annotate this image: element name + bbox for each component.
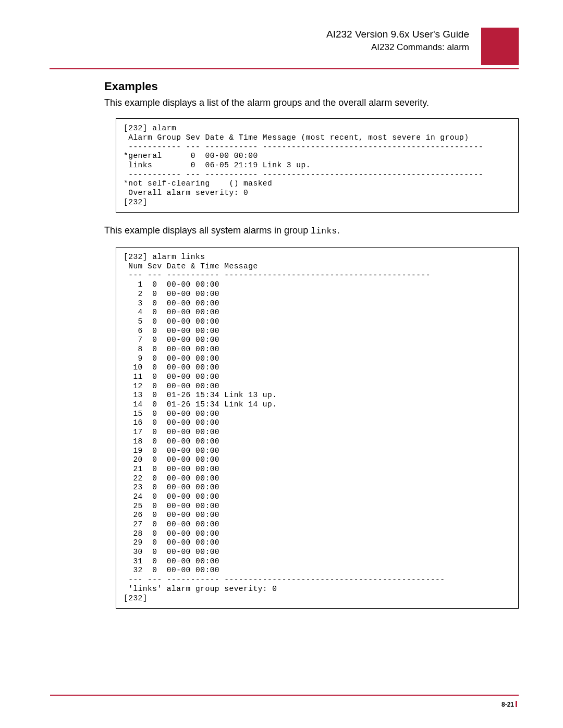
intro-paragraph-2: This example displays all system alarms … — [104, 224, 519, 238]
intro-paragraph-1: This example displays a list of the alar… — [104, 96, 519, 109]
header-rule — [50, 68, 519, 69]
code-example-alarm-links: [232] alarm links Num Sev Date & Time Me… — [116, 247, 519, 609]
page-number-accent — [516, 701, 517, 707]
document-subtitle: AI232 Commands: alarm — [44, 42, 469, 53]
intro2-mono: links — [311, 227, 337, 236]
footer-rule — [50, 695, 519, 696]
page-number-text: 8-21 — [501, 701, 514, 708]
page-number: 8-21 — [501, 701, 517, 708]
main-content: Examples This example displays a list of… — [104, 80, 519, 609]
intro2-text-b: . — [337, 225, 340, 236]
page-container: AI232 Version 9.6x User's Guide AI232 Co… — [0, 0, 563, 728]
intro2-text-a: This example displays all system alarms … — [104, 225, 311, 236]
page-header: AI232 Version 9.6x User's Guide AI232 Co… — [44, 29, 519, 65]
header-text-block: AI232 Version 9.6x User's Guide AI232 Co… — [44, 29, 519, 53]
document-title: AI232 Version 9.6x User's Guide — [44, 29, 469, 40]
code-example-alarm-groups: [232] alarm Alarm Group Sev Date & Time … — [116, 118, 519, 213]
header-accent-block — [481, 28, 519, 65]
section-heading-examples: Examples — [104, 80, 519, 93]
